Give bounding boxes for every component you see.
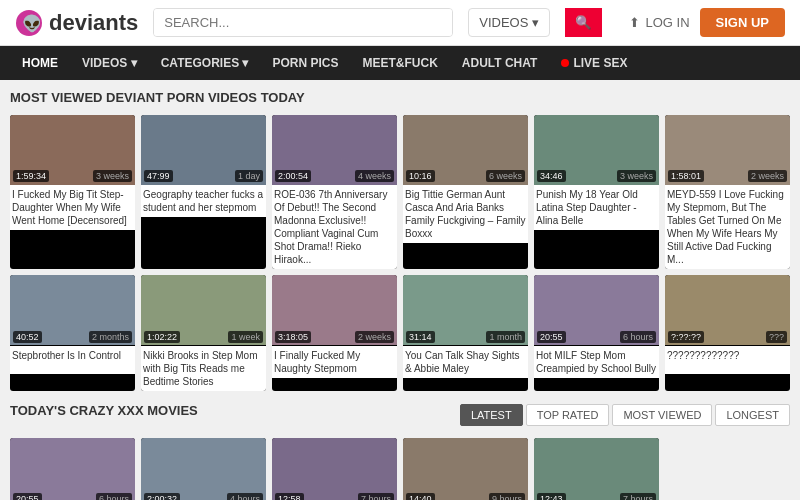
upload-icon: ⬆ — [629, 15, 640, 30]
video-title: MEYD-559 I Love Fucking My Stepmom, But … — [665, 185, 790, 269]
tab-toprated[interactable]: TOP RATED — [526, 404, 610, 426]
video-card[interactable]: 1:59:34 3 weeks I Fucked My Big Tit Step… — [10, 115, 135, 269]
video-duration: ?:??:?? — [668, 331, 704, 343]
search-button[interactable]: 🔍 — [565, 8, 602, 37]
nav-porn-pics[interactable]: PORN PICS — [260, 46, 350, 80]
most-viewed-grid: 1:59:34 3 weeks I Fucked My Big Tit Step… — [10, 115, 790, 391]
video-meta: 3:18:05 2 weeks — [275, 331, 394, 343]
video-duration: 10:16 — [406, 170, 435, 182]
svg-text:👽: 👽 — [22, 14, 42, 33]
video-age: 2 weeks — [748, 170, 787, 182]
video-title: I Fucked My Big Tit Step-Daughter When M… — [10, 185, 135, 230]
video-age: 6 weeks — [486, 170, 525, 182]
video-card[interactable]: 20:55 6 hours Hot MILF Step Mom Creampie… — [10, 438, 135, 500]
nav-live-sex[interactable]: LIVE SEX — [549, 46, 639, 80]
most-viewed-title: MOST VIEWED DEVIANT PORN VIDEOS TODAY — [10, 90, 790, 105]
video-card[interactable]: ?:??:?? ??? ????????????? — [665, 275, 790, 390]
video-title: Stepbrother Is In Control — [10, 346, 135, 374]
video-thumbnail: 20:55 6 hours — [534, 275, 659, 345]
video-thumbnail: 1:58:01 2 weeks — [665, 115, 790, 185]
video-duration: 40:52 — [13, 331, 42, 343]
video-meta: 14:40 9 hours — [406, 493, 525, 500]
nav-meetfuck[interactable]: MEET&FUCK — [351, 46, 450, 80]
video-duration: 2:00:32 — [144, 493, 180, 500]
video-meta: 31:14 1 month — [406, 331, 525, 343]
video-card[interactable]: 1:58:01 2 weeks MEYD-559 I Love Fucking … — [665, 115, 790, 269]
video-duration: 20:55 — [537, 331, 566, 343]
video-duration: 47:99 — [144, 170, 173, 182]
nav-videos[interactable]: VIDEOS ▾ — [70, 46, 149, 80]
video-card[interactable]: 31:14 1 month You Can Talk Shay Sights &… — [403, 275, 528, 390]
tab-longest[interactable]: LONGEST — [715, 404, 790, 426]
video-title: Big Tittie German Aunt Casca And Aria Ba… — [403, 185, 528, 243]
video-meta: 12:58 7 hours — [275, 493, 394, 500]
video-card[interactable]: 2:00:32 4 hours ???????????????? — [141, 438, 266, 500]
video-age: 6 hours — [620, 331, 656, 343]
video-duration: 1:58:01 — [668, 170, 704, 182]
video-age: 4 hours — [227, 493, 263, 500]
tabs-container: LATESTTOP RATEDMOST VIEWEDLONGEST — [460, 404, 790, 426]
search-icon: 🔍 — [575, 15, 592, 30]
logo-icon: 👽 — [15, 9, 43, 37]
video-age: 3 weeks — [617, 170, 656, 182]
video-meta: 34:46 3 weeks — [537, 170, 656, 182]
video-thumbnail: 1:02:22 1 week — [141, 275, 266, 345]
search-bar — [153, 8, 453, 37]
video-thumbnail: 12:43 7 hours — [534, 438, 659, 500]
video-age: 1 month — [486, 331, 525, 343]
search-input[interactable] — [154, 9, 452, 36]
video-card[interactable]: 3:18:05 2 weeks I Finally Fucked My Naug… — [272, 275, 397, 390]
video-age: 4 weeks — [355, 170, 394, 182]
video-card[interactable]: 20:55 6 hours Hot MILF Step Mom Creampie… — [534, 275, 659, 390]
login-label: LOG IN — [645, 15, 689, 30]
nav-categories[interactable]: CATEGORIES ▾ — [149, 46, 261, 80]
video-thumbnail: 47:99 1 day — [141, 115, 266, 185]
video-meta: 1:58:01 2 weeks — [668, 170, 787, 182]
tab-mostviewed[interactable]: MOST VIEWED — [612, 404, 712, 426]
video-card[interactable]: 1:02:22 1 week Nikki Brooks in Step Mom … — [141, 275, 266, 390]
crazy-xxx-header: TODAY'S CRAZY XXX MOVIES LATESTTOP RATED… — [10, 403, 790, 428]
video-duration: 1:02:22 — [144, 331, 180, 343]
video-thumbnail: 2:00:32 4 hours — [141, 438, 266, 500]
video-card[interactable]: 40:52 2 months Stepbrother Is In Control — [10, 275, 135, 390]
header-right: ⬆ LOG IN SIGN UP — [629, 8, 785, 37]
video-thumbnail: 34:46 3 weeks — [534, 115, 659, 185]
video-card[interactable]: 34:46 3 weeks Punish My 18 Year Old Lati… — [534, 115, 659, 269]
signup-button[interactable]: SIGN UP — [700, 8, 785, 37]
nav-home[interactable]: HOME — [10, 46, 70, 80]
video-thumbnail: 12:58 7 hours — [272, 438, 397, 500]
nav-adult-chat[interactable]: ADULT CHAT — [450, 46, 550, 80]
video-card[interactable]: 14:40 9 hours Luscious Blonde Teen Gets … — [403, 438, 528, 500]
video-card[interactable]: 10:16 6 weeks Big Tittie German Aunt Cas… — [403, 115, 528, 269]
video-thumbnail: 14:40 9 hours — [403, 438, 528, 500]
live-dot-icon — [561, 59, 569, 67]
video-title: Punish My 18 Year Old Latina Step Daught… — [534, 185, 659, 230]
video-meta: ?:??:?? ??? — [668, 331, 787, 343]
logo-text: deviants — [49, 10, 138, 36]
video-duration: 1:59:34 — [13, 170, 49, 182]
videos-dropdown[interactable]: VIDEOS ▾ — [468, 8, 550, 37]
video-thumbnail: 3:18:05 2 weeks — [272, 275, 397, 345]
video-age: 2 months — [89, 331, 132, 343]
video-duration: 12:58 — [275, 493, 304, 500]
video-age: 7 hours — [620, 493, 656, 500]
video-thumbnail: 20:55 6 hours — [10, 438, 135, 500]
main-content: MOST VIEWED DEVIANT PORN VIDEOS TODAY 1:… — [0, 80, 800, 500]
chevron-down-icon: ▾ — [532, 15, 539, 30]
video-card[interactable]: 12:43 7 hours Sislovesme Sexy Ass Twins … — [534, 438, 659, 500]
video-card[interactable]: 2:00:54 4 weeks ROE-036 7th Anniversary … — [272, 115, 397, 269]
video-thumbnail: 1:59:34 3 weeks — [10, 115, 135, 185]
video-age: 1 day — [235, 170, 263, 182]
upload-button[interactable]: ⬆ LOG IN — [629, 15, 689, 30]
videos-dropdown-label: VIDEOS — [479, 15, 528, 30]
video-age: 3 weeks — [93, 170, 132, 182]
video-title: Hot MILF Step Mom Creampied by School Bu… — [534, 346, 659, 378]
video-thumbnail: 31:14 1 month — [403, 275, 528, 345]
video-card[interactable]: 12:58 7 hours Big Tits MILF has Threesom… — [272, 438, 397, 500]
video-card[interactable]: 47:99 1 day Geography teacher fucks a st… — [141, 115, 266, 269]
logo[interactable]: 👽 deviants — [15, 9, 138, 37]
video-meta: 10:16 6 weeks — [406, 170, 525, 182]
video-age: 6 hours — [96, 493, 132, 500]
video-thumbnail: ?:??:?? ??? — [665, 275, 790, 345]
tab-latest[interactable]: LATEST — [460, 404, 523, 426]
